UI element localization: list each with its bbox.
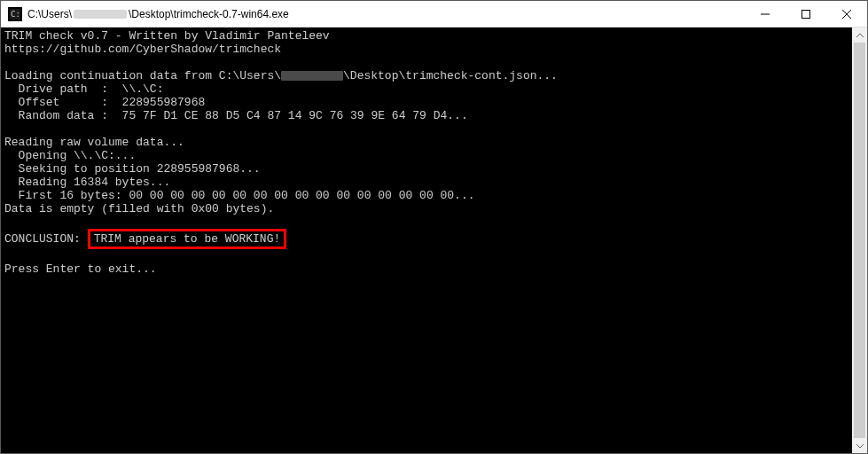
scroll-thumb[interactable] bbox=[854, 43, 865, 438]
console-line: https://github.com/CyberShadow/trimcheck bbox=[4, 43, 281, 56]
svg-text:C:: C: bbox=[11, 10, 20, 19]
redacted-username bbox=[281, 71, 343, 81]
console-line: First 16 bytes: 00 00 00 00 00 00 00 00 … bbox=[4, 189, 475, 202]
window-controls bbox=[745, 1, 867, 27]
minimize-button[interactable] bbox=[745, 1, 786, 27]
console-output[interactable]: TRIM check v0.7 - Written by Vladimir Pa… bbox=[1, 27, 852, 453]
chevron-down-icon bbox=[856, 442, 864, 450]
window-title: C:\Users\\Desktop\trimcheck-0.7-win64.ex… bbox=[27, 8, 745, 20]
close-button[interactable] bbox=[826, 1, 867, 27]
console-line: Reading 16384 bytes... bbox=[4, 176, 170, 189]
conclusion-line: CONCLUSION: TRIM appears to be WORKING! bbox=[4, 232, 286, 246]
console-line: Reading raw volume data... bbox=[4, 136, 184, 149]
console-window: C: C:\Users\\Desktop\trimcheck-0.7-win64… bbox=[0, 0, 868, 454]
close-icon bbox=[842, 10, 851, 19]
console-line: Random data : 75 7F D1 CE 88 D5 C4 87 14… bbox=[4, 109, 468, 122]
title-path-suffix: \Desktop\trimcheck-0.7-win64.exe bbox=[129, 8, 289, 20]
console-line: Drive path : \\.\C: bbox=[4, 82, 163, 96]
maximize-icon bbox=[802, 10, 810, 19]
conclusion-label: CONCLUSION: bbox=[4, 232, 88, 246]
minimize-icon bbox=[761, 10, 770, 19]
console-line: Offset : 228955987968 bbox=[4, 96, 205, 109]
scroll-up-button[interactable] bbox=[852, 27, 867, 43]
redacted-username bbox=[74, 10, 127, 19]
console-line: Seeking to position 228955987968... bbox=[4, 162, 261, 176]
scroll-down-button[interactable] bbox=[852, 438, 867, 453]
svg-rect-4 bbox=[802, 10, 810, 18]
console-line: Opening \\.\C:... bbox=[4, 149, 136, 162]
console-container: TRIM check v0.7 - Written by Vladimir Pa… bbox=[1, 27, 867, 453]
titlebar: C: C:\Users\\Desktop\trimcheck-0.7-win64… bbox=[1, 1, 867, 27]
scroll-track[interactable] bbox=[852, 43, 867, 438]
conclusion-text: TRIM appears to be WORKING! bbox=[94, 232, 281, 246]
chevron-up-icon bbox=[856, 32, 864, 39]
maximize-button[interactable] bbox=[786, 1, 826, 27]
console-line: Press Enter to exit... bbox=[4, 262, 157, 276]
conclusion-highlight: TRIM appears to be WORKING! bbox=[88, 229, 287, 249]
console-line: Loading continuation data from C:\Users\… bbox=[4, 69, 558, 82]
title-path-prefix: C:\Users\ bbox=[27, 8, 72, 20]
vertical-scrollbar[interactable] bbox=[852, 27, 867, 453]
app-icon: C: bbox=[8, 7, 22, 21]
console-line: TRIM check v0.7 - Written by Vladimir Pa… bbox=[4, 29, 330, 43]
console-line: Data is empty (filled with 0x00 bytes). bbox=[4, 202, 274, 215]
